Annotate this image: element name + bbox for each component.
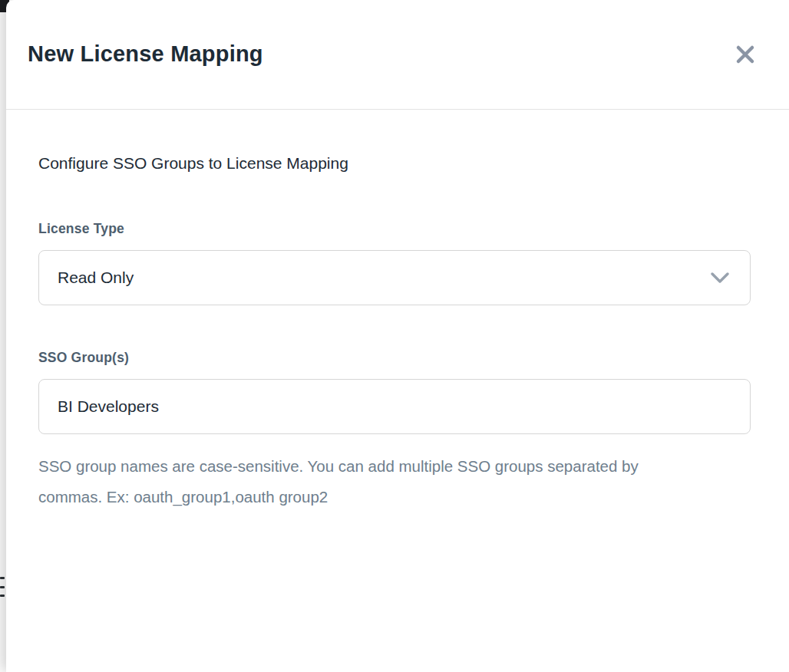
background-menu-icon xyxy=(0,577,5,597)
license-type-field: License Type Read Only xyxy=(38,221,757,305)
sso-groups-field: SSO Group(s) SSO group names are case-se… xyxy=(38,350,757,512)
chevron-down-icon xyxy=(710,272,731,284)
dialog-header: New License Mapping xyxy=(6,0,789,110)
dialog-body: Configure SSO Groups to License Mapping … xyxy=(6,110,789,512)
license-type-selected-value: Read Only xyxy=(58,268,134,287)
close-button[interactable] xyxy=(732,41,758,68)
sso-groups-input[interactable] xyxy=(38,379,751,434)
sso-groups-helper-text: SSO group names are case-sensitive. You … xyxy=(38,451,698,512)
dialog-title: New License Mapping xyxy=(28,41,263,67)
sso-groups-label: SSO Group(s) xyxy=(38,350,757,366)
new-license-mapping-dialog: New License Mapping Configure SSO Groups… xyxy=(6,0,789,672)
license-type-select[interactable]: Read Only xyxy=(38,250,751,305)
dialog-description: Configure SSO Groups to License Mapping xyxy=(38,153,757,173)
close-icon xyxy=(735,44,756,65)
license-type-label: License Type xyxy=(38,221,757,237)
